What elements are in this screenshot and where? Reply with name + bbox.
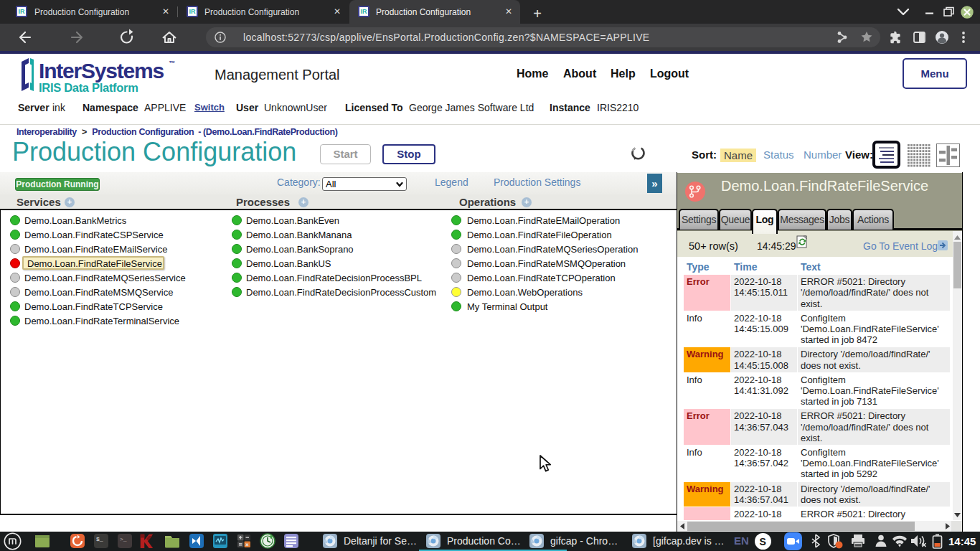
svg-text:™: ™	[169, 60, 175, 67]
svg-text:$_: $_	[96, 536, 103, 542]
svg-text:>_: >_	[120, 536, 127, 542]
svg-text:S: S	[760, 536, 766, 547]
svg-text:InterSystems: InterSystems	[39, 59, 164, 83]
svg-text:IRIS Data Platform: IRIS Data Platform	[39, 81, 138, 94]
